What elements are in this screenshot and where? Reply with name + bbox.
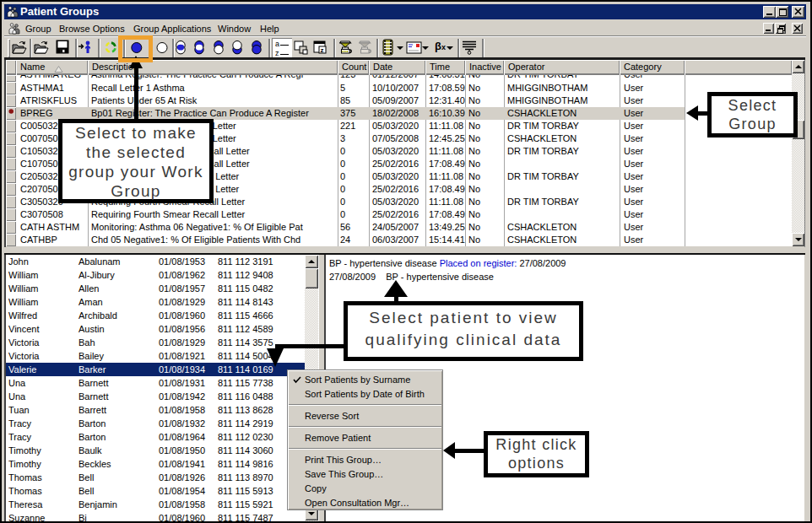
svg-text:z: z (321, 46, 324, 54)
svg-text:a: a (275, 40, 279, 48)
svg-text:z: z (275, 49, 279, 57)
